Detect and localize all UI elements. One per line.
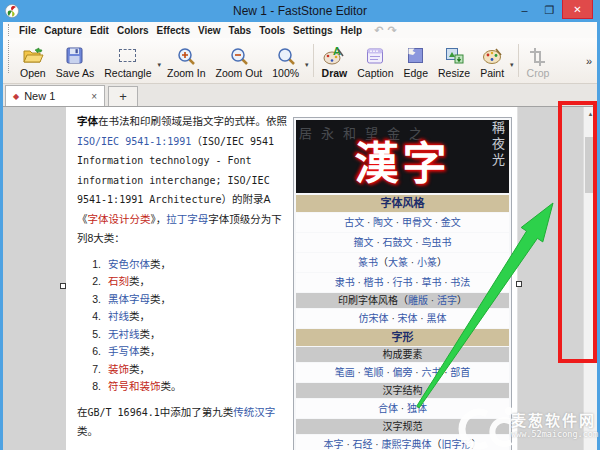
zoom-out-button[interactable]: Zoom Out: [211, 40, 268, 81]
zoom-in-icon: [177, 45, 195, 66]
caption-button[interactable]: Caption: [352, 40, 398, 81]
scroll-up-arrow-icon[interactable]: ▲: [584, 107, 597, 121]
menubar-grip: [8, 24, 11, 37]
text-link[interactable]: 康熙字典体: [381, 439, 431, 450]
zoom-100-button[interactable]: 100%: [267, 40, 304, 81]
paint-dropdown-icon[interactable]: ▾: [509, 61, 515, 69]
crop-icon: [530, 45, 546, 66]
text-link[interactable]: 本字: [324, 439, 344, 450]
text-link[interactable]: 石经: [353, 439, 373, 450]
maximize-button[interactable]: ❐: [537, 0, 562, 20]
text-link[interactable]: 衬线: [108, 310, 129, 322]
text-link[interactable]: 篆书: [358, 257, 378, 268]
menu-item[interactable]: Edit: [86, 25, 113, 36]
menu-item[interactable]: File: [15, 25, 40, 36]
new-tab-button[interactable]: +: [108, 86, 138, 106]
text-link[interactable]: 符号和装饰: [108, 380, 161, 392]
text-link[interactable]: 古文: [344, 217, 364, 228]
scrollbar-thumb[interactable]: [585, 137, 596, 193]
menu-item[interactable]: Tools: [255, 25, 289, 36]
text-link[interactable]: 小篆: [417, 257, 437, 268]
text-run: 汉字结构: [383, 385, 423, 396]
text-link[interactable]: 楷书: [364, 277, 384, 288]
text-link[interactable]: 甲骨文: [402, 217, 432, 228]
text-link[interactable]: 隶书: [335, 277, 355, 288]
text-link[interactable]: 黑体: [426, 313, 446, 324]
tab-close-icon[interactable]: ×: [91, 91, 97, 102]
text-link[interactable]: 笔画: [335, 367, 355, 378]
text-run: ·: [374, 237, 383, 248]
text-link[interactable]: 合体: [378, 403, 398, 414]
menu-item[interactable]: Capture: [40, 25, 86, 36]
text-link[interactable]: 旧字形: [441, 439, 471, 450]
text-link[interactable]: 六书: [421, 367, 441, 378]
text-link[interactable]: 石鼓文: [383, 237, 413, 248]
text-link[interactable]: 大篆: [388, 257, 408, 268]
image-left-handle[interactable]: [60, 283, 66, 289]
vertical-scrollbar[interactable]: ▲: [583, 107, 597, 450]
crop-button[interactable]: Crop: [522, 40, 555, 81]
text-link[interactable]: 籀文: [354, 237, 374, 248]
save-as-button[interactable]: Save As: [51, 40, 100, 81]
text-link[interactable]: 行书: [393, 277, 413, 288]
text-link[interactable]: 无衬线: [108, 328, 140, 340]
page-edge: [517, 107, 518, 450]
open-button[interactable]: Open: [15, 40, 51, 81]
hanzi-side-chars: 稱夜光: [488, 121, 507, 169]
draw-button[interactable]: A Draw: [317, 40, 353, 81]
zoom-in-button[interactable]: Zoom In: [162, 40, 211, 81]
text-run: ）: [437, 257, 447, 268]
text-run: GB/T 16964.1: [88, 407, 160, 418]
close-button[interactable]: ✕: [562, 0, 593, 19]
infobox-row: 字形: [296, 329, 509, 346]
undo-icon[interactable]: ↶: [374, 24, 387, 36]
text-link[interactable]: 宋体: [398, 313, 418, 324]
text-link[interactable]: 手写体: [108, 345, 140, 357]
text-link[interactable]: 偏旁: [393, 367, 413, 378]
infobox-rows: 字体风格 古文 · 陶文 · 甲骨文 · 金文 籀文 · 石鼓文 · 鸟虫书 篆…: [296, 195, 509, 450]
menu-item[interactable]: Settings: [289, 25, 336, 36]
text-link[interactable]: 草书: [421, 277, 441, 288]
text-link[interactable]: 传统汉字: [233, 406, 275, 418]
text-link[interactable]: 仿宋体: [359, 313, 389, 324]
image-right-handle[interactable]: [516, 281, 522, 287]
text-link[interactable]: 安色尔体: [108, 258, 150, 270]
zoom-dropdown-icon[interactable]: ▾: [304, 61, 310, 69]
text-run: ·: [364, 217, 373, 228]
menu-item[interactable]: Effects: [153, 25, 194, 36]
text-run: 字体: [77, 115, 98, 127]
text-link[interactable]: 石刻: [108, 275, 129, 287]
text-link[interactable]: 黑体字母: [108, 293, 150, 305]
text-link[interactable]: 拉丁字母: [166, 213, 208, 225]
text-link[interactable]: 书法: [450, 277, 470, 288]
resize-button[interactable]: Resize: [433, 40, 475, 81]
paint-button[interactable]: Paint: [475, 40, 509, 81]
text-link[interactable]: 部首: [450, 367, 470, 378]
text-link[interactable]: 金文: [441, 217, 461, 228]
text-link[interactable]: 独体: [407, 403, 427, 414]
editor-canvas[interactable]: 字体在书法和印刷领域是指文字的式样。依照ISO/IEC 9541-1:1991（…: [3, 106, 597, 450]
menu-item[interactable]: Help: [337, 25, 367, 36]
hanzi-image: 居永和望金之 漢字 稱夜光: [296, 120, 509, 193]
tab-new-1[interactable]: ◆ New 1 ×: [5, 85, 105, 106]
paint-palette-icon: [482, 45, 502, 66]
minimize-button[interactable]: –: [512, 0, 537, 20]
text-link[interactable]: 鸟虫书: [421, 237, 451, 248]
text-link[interactable]: 活字: [437, 295, 457, 306]
rectangle-selection-icon: [119, 45, 136, 66]
text-link[interactable]: ISO/IEC 9541-1:1991: [77, 136, 191, 147]
text-link[interactable]: 笔顺: [364, 367, 384, 378]
menu-item[interactable]: Colors: [113, 25, 153, 36]
text-run: 类，: [140, 345, 161, 357]
toolbar-overflow-icon[interactable]: »: [586, 55, 595, 67]
text-link[interactable]: 陶文: [373, 217, 393, 228]
menu-item[interactable]: View: [194, 25, 225, 36]
text-link[interactable]: 字体设计分类: [88, 213, 151, 225]
text-link[interactable]: 雕版: [408, 295, 428, 306]
menu-item[interactable]: Tabs: [225, 25, 256, 36]
title-bar: New 1 - FastStone Editor – ❐ ✕: [0, 0, 600, 22]
rectangle-select-button[interactable]: Rectangle: [99, 40, 156, 81]
redo-icon[interactable]: ↷: [387, 24, 400, 36]
text-link[interactable]: 装饰: [108, 363, 129, 375]
edge-button[interactable]: Edge: [398, 40, 433, 81]
